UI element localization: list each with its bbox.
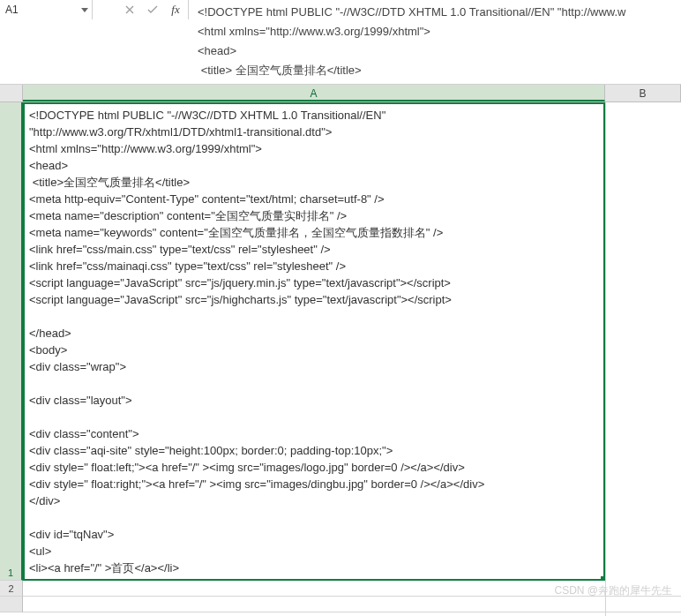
name-box-dropdown[interactable] <box>78 0 92 19</box>
select-all-corner[interactable] <box>0 85 23 101</box>
row-header-1[interactable]: 1 <box>0 102 23 581</box>
enter-formula-button[interactable] <box>146 3 160 17</box>
chevron-down-icon <box>81 8 88 12</box>
cancel-formula-button[interactable] <box>123 3 137 17</box>
x-icon <box>125 5 134 14</box>
insert-function-button[interactable]: fx <box>168 3 183 17</box>
row-header-2[interactable]: 2 <box>0 581 23 597</box>
name-box-input[interactable] <box>0 0 78 19</box>
spreadsheet-grid: A B 1 2 <!DOCTYPE html PUBLIC "-//W3C//D… <box>0 85 681 612</box>
row-header-3[interactable] <box>0 597 23 612</box>
formula-bar-text[interactable]: <!DOCTYPE html PUBLIC "-//W3C//DTD XHTML… <box>189 0 681 80</box>
gridline <box>605 102 606 616</box>
column-headers: A B <box>0 85 681 102</box>
row-headers: 1 2 <box>0 102 23 612</box>
formula-controls: fx <box>117 0 189 19</box>
formula-bar-row: fx <!DOCTYPE html PUBLIC "-//W3C//DTD XH… <box>0 0 681 85</box>
cell-A1[interactable]: <!DOCTYPE html PUBLIC "-//W3C//DTD XHTML… <box>23 102 605 581</box>
check-icon <box>147 5 158 14</box>
column-header-A[interactable]: A <box>23 85 605 101</box>
name-box <box>0 0 93 19</box>
cells-area[interactable]: <!DOCTYPE html PUBLIC "-//W3C//DTD XHTML… <box>23 102 681 612</box>
column-header-B[interactable]: B <box>605 85 681 101</box>
gridline <box>23 597 681 612</box>
gridline <box>23 581 681 597</box>
